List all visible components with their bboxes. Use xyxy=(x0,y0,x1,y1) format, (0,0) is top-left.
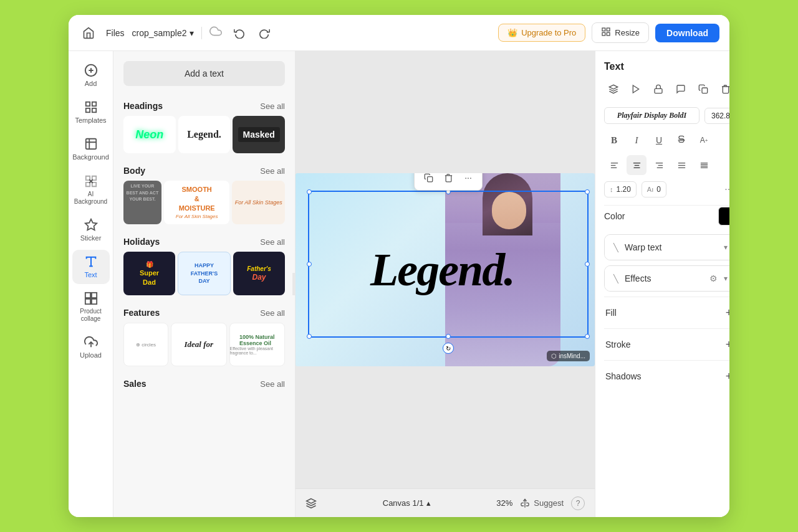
holidays-grid: 🎁SuperDad HAPPYFATHER'SDAY Father'sDay xyxy=(113,252,295,303)
comment-icon-btn[interactable] xyxy=(671,80,690,98)
left-sidebar: Add Templates Background xyxy=(69,51,113,517)
letter-spacing-input[interactable]: Aı 0 xyxy=(642,181,666,197)
handle-top-right[interactable] xyxy=(585,189,590,194)
body-item-3[interactable]: For All Skin Stages xyxy=(232,181,285,224)
color-swatch[interactable] xyxy=(718,207,729,226)
features-see-all[interactable]: See all xyxy=(260,308,285,318)
project-name[interactable]: crop_sample2 ▾ xyxy=(132,28,194,38)
stroke-add-button[interactable]: + xyxy=(722,338,729,351)
feature-item-2[interactable]: Ideal for xyxy=(171,323,227,366)
sidebar-item-templates[interactable]: Templates xyxy=(72,95,110,130)
svg-rect-2 xyxy=(607,32,610,36)
crown-icon: 👑 xyxy=(507,28,517,37)
resize-button[interactable]: Resize xyxy=(592,22,649,43)
handle-middle-right[interactable] xyxy=(585,262,590,267)
shadows-label: Shadows xyxy=(605,371,642,381)
justify-all-button[interactable] xyxy=(694,155,714,175)
effects-header[interactable]: ╲ Effects ⚙ ▾ xyxy=(605,266,729,291)
add-text-button[interactable]: Add a text xyxy=(123,61,285,86)
line-height-input[interactable]: ↕ 1.20 xyxy=(604,181,637,197)
handle-bottom-left[interactable] xyxy=(307,334,312,339)
transform-icon-btn[interactable] xyxy=(627,80,645,98)
redo-button[interactable] xyxy=(254,23,274,43)
fill-add-button[interactable]: + xyxy=(722,306,729,320)
underline-button[interactable]: U xyxy=(649,130,669,150)
superscript-button[interactable]: A+ xyxy=(694,130,714,150)
chevron-up-icon[interactable]: ▴ xyxy=(426,498,431,508)
holiday-item-super-dad[interactable]: 🎁SuperDad xyxy=(123,252,175,295)
canvas-area: Legend. xyxy=(296,51,595,517)
right-panel-title: Text xyxy=(604,61,729,72)
warp-text-header[interactable]: ╲ Warp text ▾ xyxy=(605,235,729,260)
download-button[interactable]: Download xyxy=(655,24,719,42)
heading-item-neon[interactable]: Neon xyxy=(123,116,176,153)
strikethrough-button[interactable] xyxy=(671,130,691,150)
delete-button[interactable] xyxy=(440,173,457,186)
handle-top-left[interactable] xyxy=(307,189,312,194)
holidays-title: Holidays xyxy=(123,237,160,247)
files-label[interactable]: Files xyxy=(106,28,125,38)
headings-see-all[interactable]: See all xyxy=(260,102,285,111)
help-button[interactable]: ? xyxy=(571,496,585,510)
italic-button[interactable]: I xyxy=(627,130,647,150)
align-center-button[interactable] xyxy=(627,155,647,175)
divider-2 xyxy=(604,297,729,297)
sidebar-item-background[interactable]: Background xyxy=(72,132,110,166)
text-selection-box[interactable]: ··· ↻ xyxy=(308,191,589,338)
header: Files crop_sample2 ▾ xyxy=(69,15,729,51)
sidebar-item-product-collage[interactable]: Product collage xyxy=(72,287,110,328)
trash-icon-btn[interactable] xyxy=(716,80,729,98)
heading-item-masked[interactable]: Masked xyxy=(233,116,285,153)
headings-title: Headings xyxy=(123,101,163,111)
sidebar-item-background-label: Background xyxy=(72,153,109,161)
more-text-options-button[interactable]: ··· xyxy=(721,181,729,197)
align-right-button[interactable] xyxy=(649,155,669,175)
sidebar-item-add[interactable]: Add xyxy=(72,59,110,93)
effects-settings-icon[interactable]: ⚙ xyxy=(709,273,718,283)
lock-icon-btn[interactable] xyxy=(649,80,668,98)
font-name-button[interactable]: Playfair Display BoldI xyxy=(604,107,699,124)
holiday-item-fathers-day-2[interactable]: Father'sDay xyxy=(233,252,285,295)
sidebar-item-sticker-label: Sticker xyxy=(80,234,102,242)
suggest-button[interactable]: Suggest xyxy=(520,498,564,508)
sales-see-all[interactable]: See all xyxy=(260,379,285,389)
color-row: Color xyxy=(604,207,729,226)
fill-label: Fill xyxy=(605,308,617,318)
handle-bottom-center[interactable] xyxy=(446,334,451,339)
upgrade-button[interactable]: 👑 Upgrade to Pro xyxy=(498,24,585,42)
more-options-button[interactable]: ··· xyxy=(459,173,477,186)
body-see-all[interactable]: See all xyxy=(260,166,285,176)
feature-item-3[interactable]: 100% NaturalEssence Oil Effective with p… xyxy=(229,323,286,366)
sidebar-item-sticker[interactable]: Sticker xyxy=(72,213,110,247)
sidebar-item-product-label: Product collage xyxy=(75,308,107,323)
sidebar-item-ai-background[interactable]: AI Background xyxy=(72,169,110,211)
body-item-2[interactable]: SMOOTH & MOISTURE For All Skin Stages xyxy=(164,181,230,224)
align-left-button[interactable] xyxy=(604,155,624,175)
sidebar-item-upload[interactable]: Upload xyxy=(72,330,110,364)
justify-button[interactable] xyxy=(671,155,691,175)
undo-button[interactable] xyxy=(229,23,249,43)
handle-middle-left[interactable] xyxy=(307,262,312,267)
svg-rect-9 xyxy=(92,108,95,112)
copy-button[interactable] xyxy=(420,173,437,186)
duplicate-icon-btn[interactable] xyxy=(694,80,713,98)
holidays-see-all[interactable]: See all xyxy=(260,237,285,247)
home-button[interactable] xyxy=(79,23,99,43)
rotate-handle[interactable]: ↻ xyxy=(443,343,454,354)
sidebar-item-text[interactable]: Text xyxy=(72,250,110,284)
holiday-item-fathers-day-1[interactable]: HAPPYFATHER'SDAY xyxy=(178,252,231,295)
heading-item-legend[interactable]: Legend. xyxy=(178,116,231,153)
shadows-add-button[interactable]: + xyxy=(722,369,729,383)
bold-button[interactable]: B xyxy=(604,130,624,150)
svg-marker-22 xyxy=(307,498,316,503)
font-size-input[interactable]: 362.8 xyxy=(704,108,729,124)
sales-title: Sales xyxy=(123,379,147,389)
handle-bottom-right[interactable] xyxy=(585,334,590,339)
svg-rect-0 xyxy=(602,28,605,31)
layers-icon-btn[interactable] xyxy=(604,80,623,98)
canvas-content[interactable]: Legend. xyxy=(296,51,595,488)
cloud-icon xyxy=(209,25,222,40)
feature-item-1[interactable]: ⊕ circles xyxy=(123,323,168,366)
layers-button[interactable] xyxy=(305,498,317,509)
body-item-1[interactable]: LIVE YOUR BEST AND ACT YOUR BEST. xyxy=(123,181,161,224)
